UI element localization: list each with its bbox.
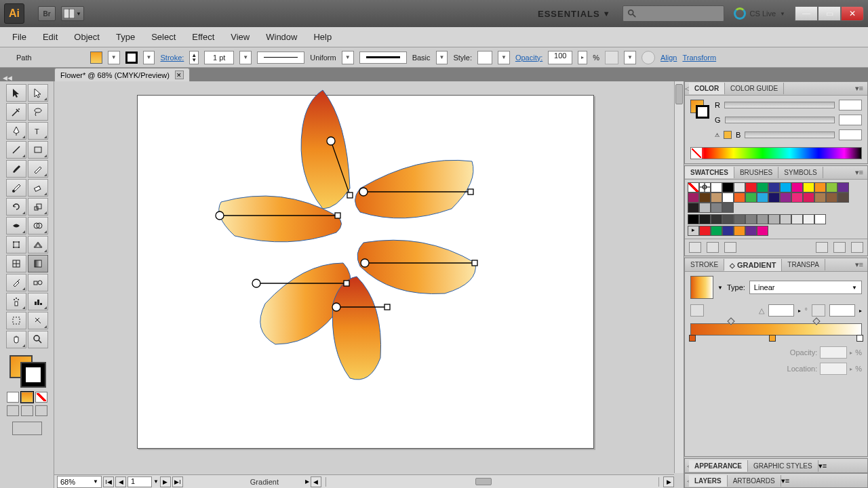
swatch[interactable] bbox=[722, 192, 734, 203]
swatch[interactable] bbox=[711, 182, 722, 192]
r-slider[interactable] bbox=[724, 102, 835, 108]
minimize-button[interactable]: — bbox=[795, 6, 818, 21]
transform-panel-link[interactable]: Transform bbox=[682, 54, 716, 62]
swatch[interactable] bbox=[699, 203, 711, 213]
bridge-button[interactable]: Br bbox=[38, 6, 56, 21]
graphic-style-picker[interactable] bbox=[477, 51, 492, 64]
swatch[interactable] bbox=[711, 192, 722, 203]
tab-artboards[interactable]: ARTBOARDS bbox=[728, 475, 781, 487]
magic-wand-tool[interactable] bbox=[6, 103, 26, 121]
swatch[interactable] bbox=[711, 214, 722, 224]
reverse-gradient-button[interactable] bbox=[690, 304, 704, 317]
swatch-lib-row[interactable]: ▸ bbox=[688, 226, 854, 236]
swatch[interactable] bbox=[699, 226, 711, 236]
swatch-libraries-button[interactable] bbox=[689, 242, 701, 253]
flower-artwork[interactable] bbox=[133, 83, 486, 399]
stroke-panel-link[interactable]: Stroke: bbox=[160, 54, 184, 62]
r-value-input[interactable] bbox=[839, 100, 862, 110]
swatch[interactable] bbox=[791, 192, 803, 203]
opacity-link[interactable]: Opacity: bbox=[515, 54, 542, 62]
graphic-style-dropdown[interactable]: ▼ bbox=[498, 51, 510, 64]
swatch[interactable] bbox=[745, 192, 757, 203]
swatch[interactable] bbox=[734, 192, 745, 203]
next-artboard-button[interactable]: ▶ bbox=[160, 476, 171, 487]
swatch[interactable] bbox=[745, 182, 757, 192]
gradient-preview-swatch[interactable] bbox=[690, 276, 713, 299]
color-spectrum[interactable] bbox=[690, 147, 862, 159]
swatch[interactable] bbox=[768, 192, 780, 203]
slice-tool[interactable] bbox=[28, 312, 48, 329]
b-slider[interactable] bbox=[745, 131, 835, 138]
swatch[interactable] bbox=[814, 214, 826, 224]
perspective-grid-tool[interactable] bbox=[28, 236, 48, 253]
tab-color[interactable]: COLOR bbox=[689, 83, 725, 94]
gradient-midpoint[interactable] bbox=[728, 317, 735, 325]
swatch[interactable] bbox=[722, 182, 734, 192]
layers-panel-collapsed[interactable]: ◁ LAYERS ARTBOARDS ▾≡ bbox=[684, 473, 868, 488]
new-color-group-button[interactable] bbox=[816, 242, 828, 253]
g-slider[interactable] bbox=[725, 117, 835, 123]
gradient-stop[interactable] bbox=[856, 335, 863, 342]
edit-live-paint-button[interactable] bbox=[642, 51, 655, 64]
gradient-angle-input[interactable] bbox=[768, 304, 794, 317]
b-value-input[interactable] bbox=[839, 129, 862, 140]
swatch[interactable] bbox=[768, 214, 780, 224]
stroke-indicator[interactable] bbox=[22, 363, 45, 386]
none-mode-button[interactable] bbox=[35, 392, 47, 403]
stop-location-input[interactable] bbox=[820, 363, 847, 375]
swatch-gray-row[interactable] bbox=[688, 214, 854, 224]
swatch[interactable] bbox=[734, 226, 745, 236]
zoom-tool[interactable] bbox=[28, 331, 48, 348]
variable-width-profile[interactable] bbox=[257, 52, 304, 64]
symbol-sprayer-tool[interactable] bbox=[6, 293, 26, 310]
pen-tool[interactable] bbox=[6, 122, 26, 140]
maximize-button[interactable]: ▭ bbox=[818, 6, 841, 21]
panel-menu-button[interactable]: ▾≡ bbox=[851, 168, 867, 177]
tab-stroke[interactable]: STROKE bbox=[685, 259, 724, 270]
pencil-tool[interactable] bbox=[28, 160, 48, 178]
last-artboard-button[interactable]: ▶I bbox=[172, 476, 183, 487]
free-transform-tool[interactable] bbox=[6, 236, 26, 253]
scroll-left-button[interactable]: ◀ bbox=[311, 476, 321, 487]
swatch[interactable] bbox=[803, 192, 814, 203]
document-tab[interactable]: Flower* @ 68% (CMYK/Preview) ✕ bbox=[54, 68, 190, 81]
scroll-right-button[interactable]: ▶ bbox=[663, 476, 674, 487]
blob-brush-tool[interactable] bbox=[6, 179, 26, 197]
menu-help[interactable]: Help bbox=[305, 29, 340, 45]
paintbrush-tool[interactable] bbox=[6, 160, 26, 178]
menu-edit[interactable]: Edit bbox=[35, 29, 66, 45]
first-artboard-button[interactable]: I◀ bbox=[103, 476, 114, 487]
opacity-input[interactable]: 100 bbox=[548, 51, 572, 64]
aspect-ratio-input[interactable] bbox=[829, 304, 855, 317]
gradient-ramp[interactable] bbox=[690, 323, 862, 336]
gradient-type-select[interactable]: Linear▼ bbox=[749, 281, 862, 294]
swatch[interactable] bbox=[757, 226, 768, 236]
gamut-swatch[interactable] bbox=[724, 131, 732, 139]
workspace-switcher[interactable]: ESSENTIALS bbox=[538, 9, 600, 19]
menu-type[interactable]: Type bbox=[108, 29, 143, 45]
swatch[interactable] bbox=[768, 182, 780, 192]
selection-tool[interactable] bbox=[6, 84, 26, 102]
draw-inside-button[interactable] bbox=[35, 405, 47, 416]
lasso-tool[interactable] bbox=[28, 103, 48, 121]
close-tab-button[interactable]: ✕ bbox=[175, 70, 184, 79]
zoom-level-input[interactable]: 68%▼ bbox=[57, 476, 102, 488]
swatch[interactable] bbox=[837, 192, 849, 203]
stroke-dropdown[interactable]: ▼ bbox=[143, 51, 155, 64]
close-button[interactable]: ✕ bbox=[841, 6, 864, 21]
hand-tool[interactable] bbox=[6, 331, 26, 348]
swatch[interactable] bbox=[745, 214, 757, 224]
new-swatch-button[interactable] bbox=[833, 242, 846, 253]
swatch[interactable] bbox=[722, 203, 734, 213]
swatch-options-button[interactable] bbox=[724, 242, 736, 253]
draw-normal-button[interactable] bbox=[7, 405, 19, 416]
direct-selection-tool[interactable] bbox=[28, 84, 48, 102]
swatch[interactable] bbox=[688, 214, 699, 224]
swatch[interactable] bbox=[757, 182, 768, 192]
appearance-panel-collapsed[interactable]: ◁ APPEARANCE GRAPHIC STYLES ▾≡ bbox=[684, 458, 868, 473]
swatch[interactable] bbox=[757, 192, 768, 203]
align-panel-link[interactable]: Align bbox=[660, 54, 677, 62]
variable-width-dropdown[interactable]: ▼ bbox=[342, 51, 354, 64]
swatch[interactable] bbox=[734, 214, 745, 224]
swatch[interactable] bbox=[711, 203, 722, 213]
